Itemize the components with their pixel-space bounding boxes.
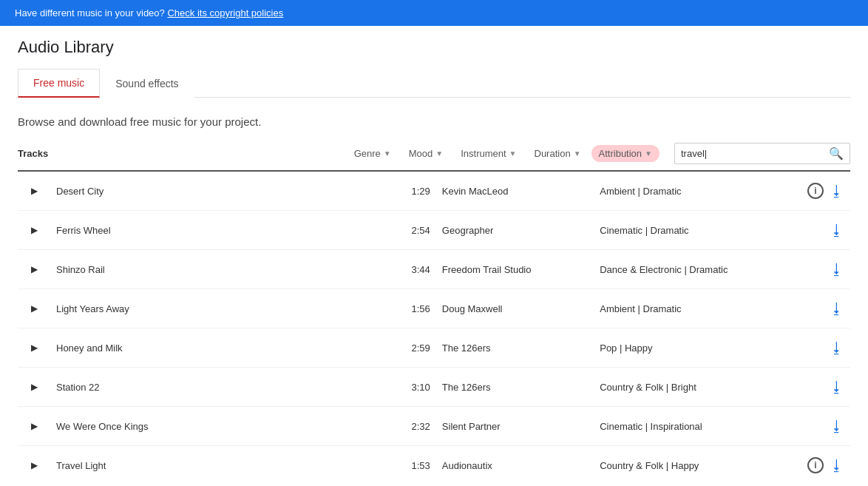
track-genre: Country & Folk | Bright: [594, 368, 791, 407]
table-row: ▶Station 223:10The 126ersCountry & Folk …: [18, 368, 850, 407]
track-name: Desert City: [56, 186, 104, 197]
table-row: ▶Travel Light1:53AudionautixCountry & Fo…: [18, 446, 850, 483]
track-duration: 2:32: [396, 407, 436, 446]
track-artist: Kevin MacLeod: [436, 172, 594, 211]
play-button[interactable]: ▶: [24, 416, 44, 436]
tracks-label: Tracks: [18, 148, 166, 159]
track-duration: 1:53: [396, 446, 436, 483]
track-duration: 1:29: [396, 172, 436, 211]
genre-arrow-icon: ▼: [384, 149, 391, 158]
play-button[interactable]: ▶: [24, 180, 44, 201]
search-icon[interactable]: 🔍: [829, 146, 844, 161]
mood-filter[interactable]: Mood ▼: [401, 144, 450, 163]
search-input[interactable]: [681, 148, 829, 159]
track-duration: 3:44: [396, 250, 436, 289]
track-genre: Country & Folk | Happy: [594, 446, 791, 483]
download-icon[interactable]: ⭳: [830, 183, 844, 200]
genre-label: Genre: [354, 148, 381, 159]
play-button[interactable]: ▶: [24, 377, 44, 397]
track-genre: Cinematic | Dramatic: [594, 211, 791, 250]
track-duration: 2:54: [396, 211, 436, 250]
download-icon[interactable]: ⭳: [830, 340, 844, 357]
info-icon[interactable]: i: [807, 183, 824, 199]
track-name: Ferris Wheel: [56, 225, 111, 236]
track-genre: Cinematic | Inspirational: [594, 407, 791, 446]
copyright-link[interactable]: Check its copyright policies: [167, 7, 283, 18]
track-name: We Were Once Kings: [56, 421, 149, 432]
track-genre: Dance & Electronic | Dramatic: [594, 250, 791, 289]
track-artist: Audionautix: [436, 446, 594, 483]
play-button[interactable]: ▶: [24, 298, 44, 319]
info-icon[interactable]: i: [807, 457, 824, 473]
track-artist: The 126ers: [436, 368, 594, 407]
track-artist: Silent Partner: [436, 407, 594, 446]
genre-filter[interactable]: Genre ▼: [347, 144, 399, 163]
track-duration: 1:56: [396, 289, 436, 328]
table-row: ▶Desert City1:29Kevin MacLeodAmbient | D…: [18, 172, 850, 211]
track-genre: Pop | Happy: [594, 328, 791, 368]
duration-filter[interactable]: Duration ▼: [527, 144, 589, 163]
table-row: ▶Light Years Away1:56Doug MaxwellAmbient…: [18, 289, 850, 328]
download-icon[interactable]: ⭳: [830, 222, 844, 239]
table-row: ▶Ferris Wheel2:54GeographerCinematic | D…: [18, 211, 850, 250]
tracks-table-wrapper: ▶Desert City1:29Kevin MacLeodAmbient | D…: [18, 172, 850, 482]
play-button[interactable]: ▶: [24, 259, 44, 280]
banner-text: Have different music in your video?: [15, 7, 165, 18]
table-row: ▶We Were Once Kings2:32Silent PartnerCin…: [18, 407, 850, 446]
attribution-label: Attribution: [599, 148, 642, 159]
table-row: ▶Honey and Milk2:59The 126ersPop | Happy…: [18, 328, 850, 368]
download-icon[interactable]: ⭳: [830, 418, 844, 435]
track-name: Shinzo Rail: [56, 264, 105, 275]
tracks-table: ▶Desert City1:29Kevin MacLeodAmbient | D…: [18, 172, 850, 482]
play-button[interactable]: ▶: [24, 337, 44, 358]
download-icon[interactable]: ⭳: [830, 457, 844, 474]
track-artist: The 126ers: [436, 328, 594, 368]
duration-label: Duration: [535, 148, 571, 159]
track-name: Station 22: [56, 382, 100, 393]
instrument-label: Instrument: [461, 148, 506, 159]
track-duration: 3:10: [396, 368, 436, 407]
track-name: Light Years Away: [56, 303, 129, 314]
instrument-arrow-icon: ▼: [509, 149, 517, 158]
main-container: Audio Library Free music Sound effects B…: [0, 26, 868, 486]
play-button[interactable]: ▶: [24, 220, 44, 240]
track-artist: Freedom Trail Studio: [436, 250, 594, 289]
duration-arrow-icon: ▼: [574, 149, 581, 158]
download-icon[interactable]: ⭳: [830, 300, 844, 317]
tab-free-music[interactable]: Free music: [18, 69, 100, 98]
mood-arrow-icon: ▼: [435, 149, 443, 158]
track-artist: Geographer: [436, 211, 594, 250]
instrument-filter[interactable]: Instrument ▼: [453, 144, 523, 163]
attribution-arrow-icon: ▼: [645, 149, 652, 158]
track-artist: Doug Maxwell: [436, 289, 594, 328]
download-icon[interactable]: ⭳: [830, 261, 844, 278]
filters-row: Tracks Genre ▼ Mood ▼ Instrument ▼ Durat…: [18, 143, 850, 172]
search-box: 🔍: [674, 143, 850, 164]
track-duration: 2:59: [396, 328, 436, 368]
track-genre: Ambient | Dramatic: [594, 172, 791, 211]
track-name: Travel Light: [56, 460, 106, 471]
track-genre: Ambient | Dramatic: [594, 289, 791, 328]
attribution-filter[interactable]: Attribution ▼: [591, 145, 660, 162]
tabs-container: Free music Sound effects: [18, 69, 850, 98]
download-icon[interactable]: ⭳: [830, 379, 844, 396]
play-button[interactable]: ▶: [24, 455, 44, 476]
page-title: Audio Library: [18, 38, 850, 57]
track-name: Honey and Milk: [56, 342, 123, 354]
subtitle: Browse and download free music for your …: [18, 115, 850, 128]
copyright-banner: Have different music in your video? Chec…: [0, 0, 868, 26]
table-row: ▶Shinzo Rail3:44Freedom Trail StudioDanc…: [18, 250, 850, 289]
tab-sound-effects[interactable]: Sound effects: [100, 69, 194, 98]
mood-label: Mood: [409, 148, 433, 159]
